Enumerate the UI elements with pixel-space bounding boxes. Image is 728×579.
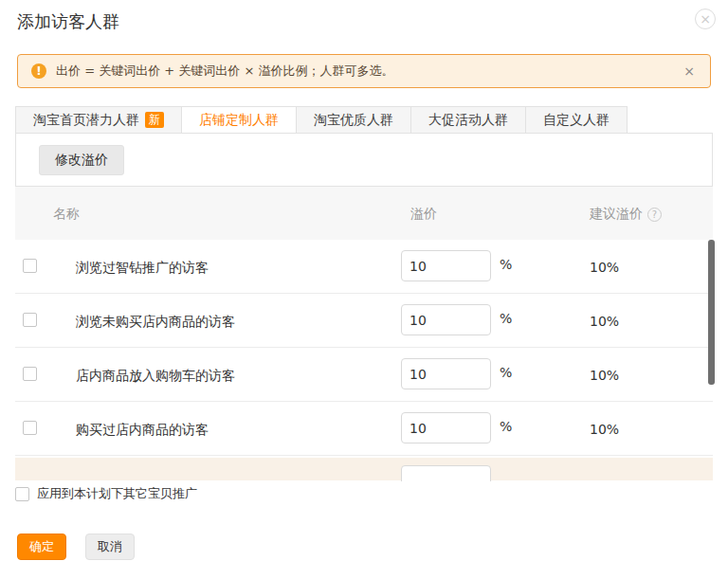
tab-label: 店铺定制人群 — [199, 112, 279, 129]
percent-sign: % — [500, 311, 512, 326]
percent-sign: % — [500, 419, 512, 434]
audience-name: 店内商品放入购物车的访客 — [76, 368, 235, 385]
suggested-premium: 10% — [590, 260, 619, 275]
toolbar-panel: 修改溢价 — [15, 133, 713, 187]
audience-table-body: 浏览过智钻推广的访客 % 10% 浏览未购买店内商品的访客 % 10% 店内商品… — [15, 240, 713, 481]
premium-input[interactable] — [401, 358, 491, 389]
cancel-button[interactable]: 取消 — [85, 534, 135, 560]
column-header-suggested: 建议溢价 ? — [590, 206, 662, 223]
apply-checkbox-label: 应用到本计划下其它宝贝推广 — [37, 485, 197, 502]
row-checkbox[interactable] — [23, 421, 37, 435]
tab-promo-event-audience[interactable]: 大促活动人群 — [411, 106, 526, 134]
suggested-premium: 10% — [590, 314, 619, 329]
audience-name: 购买过店内商品的访客 — [76, 422, 209, 439]
suggested-premium: 10% — [590, 422, 619, 437]
alert-icon: ! — [31, 63, 46, 79]
apply-checkbox[interactable] — [15, 487, 29, 501]
add-visitor-audience-dialog: 添加访客人群 × ! 出价 = 关键词出价 + 关键词出价 × 溢价比例；人群可… — [0, 0, 728, 579]
help-icon[interactable]: ? — [647, 208, 662, 222]
premium-input[interactable] — [401, 304, 491, 335]
table-row: 购买过店内商品的访客 % 10% — [15, 402, 713, 456]
premium-input[interactable] — [401, 250, 491, 281]
page-title: 添加访客人群 — [17, 10, 119, 33]
column-header-name: 名称 — [53, 206, 80, 223]
table-header: 名称 溢价 建议溢价 ? — [15, 187, 713, 240]
row-checkbox[interactable] — [23, 367, 37, 381]
audience-name: 浏览未购买店内商品的访客 — [76, 314, 235, 331]
dialog-footer: 确定 取消 — [17, 534, 135, 560]
tab-label: 淘宝首页潜力人群 — [33, 112, 139, 129]
table-row: 浏览过智钻推广的访客 % 10% — [15, 240, 713, 294]
percent-sign: % — [500, 257, 512, 272]
column-header-suggested-label: 建议溢价 — [590, 206, 643, 223]
confirm-button[interactable]: 确定 — [17, 534, 66, 560]
tab-taobao-homepage-potential[interactable]: 淘宝首页潜力人群 新 — [15, 106, 182, 134]
audience-tabs: 淘宝首页潜力人群 新 店铺定制人群 淘宝优质人群 大促活动人群 自定义人群 — [15, 106, 713, 134]
tab-custom-audience[interactable]: 自定义人群 — [526, 106, 628, 134]
tab-label: 自定义人群 — [543, 112, 610, 129]
tab-shop-custom-audience[interactable]: 店铺定制人群 — [182, 106, 297, 134]
tab-taobao-quality-audience[interactable]: 淘宝优质人群 — [297, 106, 411, 134]
new-badge: 新 — [145, 112, 164, 128]
scrollbar-thumb[interactable] — [708, 240, 715, 385]
audience-name: 浏览过智钻推广的访客 — [76, 260, 209, 277]
close-icon[interactable]: × — [695, 9, 716, 29]
apply-to-plan-row: 应用到本计划下其它宝贝推广 — [15, 485, 197, 502]
premium-input[interactable] — [401, 412, 491, 443]
table-row: 浏览未购买店内商品的访客 % 10% — [15, 294, 713, 348]
premium-input[interactable] — [401, 465, 491, 481]
modify-premium-button[interactable]: 修改溢价 — [39, 145, 124, 175]
row-checkbox[interactable] — [23, 313, 37, 327]
percent-sign: % — [500, 365, 512, 380]
tab-label: 大促活动人群 — [428, 112, 508, 129]
tab-label: 淘宝优质人群 — [314, 112, 393, 129]
table-row: 店内商品放入购物车的访客 % 10% — [15, 348, 713, 402]
suggested-premium: 10% — [590, 368, 619, 383]
column-header-premium: 溢价 — [410, 206, 437, 223]
table-row-partial — [15, 458, 713, 480]
banner-text: 出价 = 关键词出价 + 关键词出价 × 溢价比例；人群可多选。 — [56, 63, 682, 80]
banner-close-icon[interactable]: × — [682, 63, 697, 79]
row-checkbox[interactable] — [23, 259, 37, 273]
pricing-info-banner: ! 出价 = 关键词出价 + 关键词出价 × 溢价比例；人群可多选。 × — [17, 54, 711, 88]
